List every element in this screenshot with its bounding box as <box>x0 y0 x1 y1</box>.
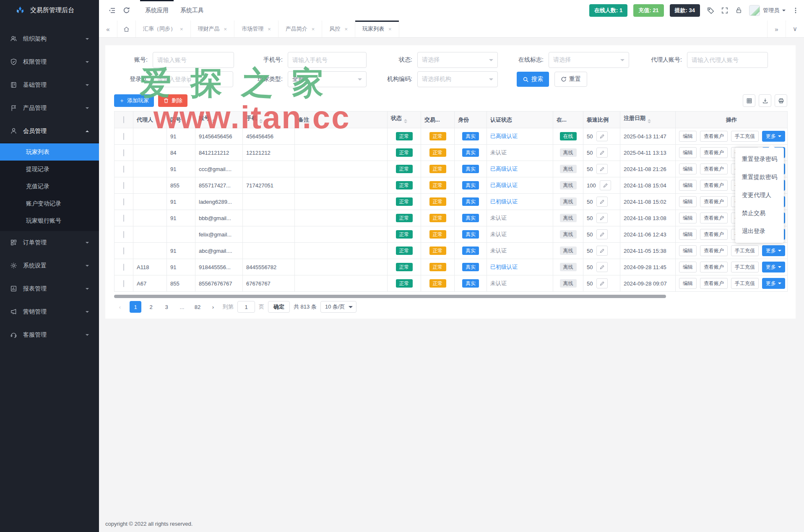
sort-icon[interactable] <box>404 117 407 125</box>
view-account-button[interactable]: 查看账户 <box>700 147 728 158</box>
manual-recharge-button[interactable]: 手工充值 <box>731 278 759 289</box>
tab-active[interactable]: 玩家列表× <box>355 21 399 37</box>
input-box[interactable] <box>153 71 233 87</box>
next-page-icon[interactable]: › <box>207 301 219 313</box>
delete-button[interactable]: 删除 <box>158 94 187 107</box>
edit-ratio-button[interactable] <box>596 131 608 141</box>
tab-item[interactable]: 产品简介× <box>278 21 323 37</box>
dropdown-menu-item[interactable]: 变更代理人 <box>735 186 784 204</box>
tab-item[interactable]: 风控× <box>322 21 355 37</box>
edit-ratio-button[interactable] <box>596 148 608 158</box>
tabs-scroll-right-icon[interactable]: » <box>767 21 786 37</box>
export-button[interactable] <box>759 94 771 107</box>
sidebar-item[interactable]: 报表管理 <box>0 277 99 300</box>
close-icon[interactable]: × <box>388 26 392 32</box>
user-menu[interactable]: 管理员 <box>749 5 786 16</box>
row-checkbox[interactable] <box>123 149 124 156</box>
view-account-button[interactable]: 查看账户 <box>700 245 728 256</box>
sidebar-item[interactable]: 会员管理 <box>0 119 99 143</box>
text-input[interactable] <box>157 57 229 63</box>
dropdown-menu-item[interactable]: 禁止交易 <box>735 204 784 222</box>
scrollbar-thumb[interactable] <box>114 295 666 298</box>
edit-ratio-button[interactable] <box>596 197 608 207</box>
row-checkbox[interactable] <box>123 280 124 287</box>
select-box[interactable]: 请选择 <box>549 52 629 68</box>
edit-button[interactable]: 编辑 <box>679 213 697 223</box>
more-dots-icon[interactable] <box>792 7 799 14</box>
page-number[interactable]: 1 <box>130 301 141 313</box>
row-checkbox[interactable] <box>123 198 124 205</box>
edit-button[interactable]: 编辑 <box>679 147 697 158</box>
edit-ratio-button[interactable] <box>596 246 608 256</box>
edit-ratio-button[interactable] <box>600 180 611 190</box>
row-checkbox[interactable] <box>123 133 124 140</box>
edit-button[interactable]: 编辑 <box>679 196 697 207</box>
sidebar-item[interactable]: 系统设置 <box>0 254 99 277</box>
sidebar-item[interactable]: 订单管理 <box>0 231 99 254</box>
prev-page-icon[interactable]: ‹ <box>114 301 126 313</box>
manual-recharge-button[interactable]: 手工充值 <box>731 131 759 142</box>
jump-page-input[interactable] <box>237 301 255 313</box>
row-checkbox[interactable] <box>123 215 124 222</box>
close-icon[interactable]: × <box>312 26 315 32</box>
edit-button[interactable]: 编辑 <box>679 278 697 289</box>
edit-button[interactable]: 编辑 <box>679 229 697 240</box>
select-box[interactable]: 请选择 <box>417 52 498 68</box>
more-button[interactable]: 更多 <box>762 262 785 272</box>
more-button[interactable]: 更多 <box>762 245 785 256</box>
view-account-button[interactable]: 查看账户 <box>700 131 728 142</box>
topbar-menu-item[interactable]: 系统工具 <box>174 0 210 21</box>
view-account-button[interactable]: 查看账户 <box>700 262 728 272</box>
row-checkbox[interactable] <box>123 166 124 173</box>
search-button[interactable]: 搜索 <box>517 72 549 87</box>
refresh-icon[interactable] <box>119 0 133 21</box>
horizontal-scrollbar[interactable] <box>114 295 787 298</box>
confirm-button[interactable]: 确定 <box>268 301 290 313</box>
topbar-menu-item[interactable]: 系统应用 <box>139 0 174 21</box>
sidebar-item[interactable]: 客服管理 <box>0 323 99 346</box>
view-account-button[interactable]: 查看账户 <box>700 278 728 289</box>
text-input[interactable] <box>692 57 763 63</box>
edit-ratio-button[interactable] <box>596 213 608 223</box>
page-number[interactable]: 3 <box>161 301 172 313</box>
edit-ratio-button[interactable] <box>596 229 608 239</box>
row-checkbox[interactable] <box>123 182 124 189</box>
sidebar-subitem[interactable]: 玩家列表 <box>0 143 99 161</box>
collapse-sidebar-icon[interactable] <box>105 0 119 21</box>
tab-item[interactable]: 汇率（同步）× <box>136 21 191 37</box>
row-checkbox[interactable] <box>123 247 124 254</box>
sidebar-item[interactable]: 营销管理 <box>0 300 99 323</box>
fullscreen-icon[interactable] <box>721 7 729 14</box>
close-icon[interactable]: × <box>268 26 271 32</box>
dropdown-menu-item[interactable]: 重置提款密码 <box>735 168 784 186</box>
dropdown-menu-item[interactable]: 退出登录 <box>735 222 784 240</box>
page-number[interactable]: 82 <box>192 301 203 313</box>
sort-icon[interactable] <box>648 117 651 125</box>
close-icon[interactable]: × <box>180 26 183 32</box>
tab-item[interactable]: 市场管理× <box>234 21 278 37</box>
print-button[interactable] <box>775 94 787 107</box>
home-icon[interactable] <box>117 21 136 37</box>
dropdown-menu-item[interactable]: 重置登录密码 <box>735 150 784 168</box>
add-player-button[interactable]: ＋ 添加玩家 <box>114 94 154 107</box>
tabs-menu-icon[interactable]: ∨ <box>786 21 804 37</box>
edit-button[interactable]: 编辑 <box>679 131 697 142</box>
select-all-checkbox[interactable] <box>123 116 124 123</box>
reset-button[interactable]: 重置 <box>554 72 587 87</box>
input-box[interactable] <box>153 52 234 68</box>
view-account-button[interactable]: 查看账户 <box>700 229 728 240</box>
close-icon[interactable]: × <box>344 26 348 32</box>
sidebar-subitem[interactable]: 提现记录 <box>0 161 99 178</box>
view-account-button[interactable]: 查看账户 <box>700 196 728 207</box>
edit-button[interactable]: 编辑 <box>679 180 697 191</box>
sidebar-item[interactable]: 组织架构 <box>0 27 99 50</box>
sidebar-subitem[interactable]: 充值记录 <box>0 178 99 195</box>
close-icon[interactable]: × <box>224 26 227 32</box>
row-checkbox[interactable] <box>123 231 124 238</box>
page-number[interactable]: 2 <box>145 301 157 313</box>
manual-recharge-button[interactable]: 手工充值 <box>731 245 759 256</box>
manual-recharge-button[interactable]: 手工充值 <box>731 262 759 272</box>
tabs-scroll-left-icon[interactable]: « <box>99 21 117 37</box>
more-button[interactable]: 更多 <box>762 131 785 142</box>
view-account-button[interactable]: 查看账户 <box>700 163 728 174</box>
